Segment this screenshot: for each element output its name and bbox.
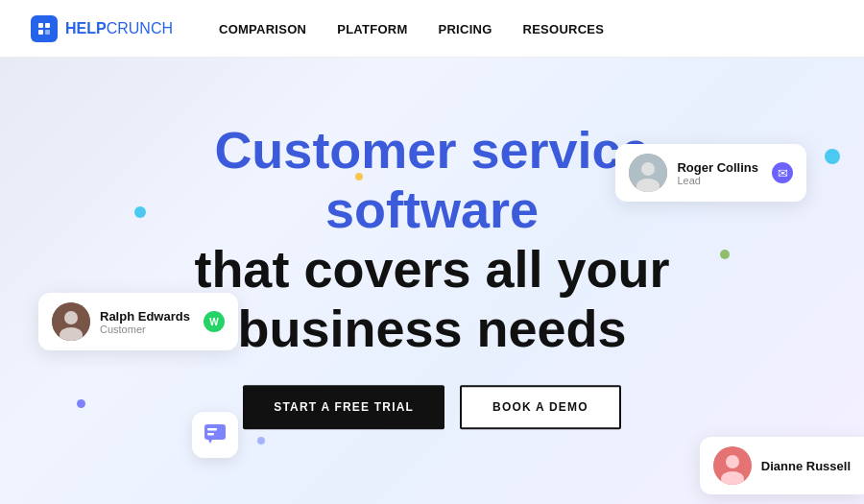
nav-item-resources[interactable]: RESOURCES [523,20,605,37]
svg-rect-1 [45,23,50,28]
roger-avatar [629,154,667,192]
roger-badge: ✉ [772,162,793,183]
svg-marker-16 [208,440,212,444]
svg-rect-13 [204,424,226,440]
ralph-info: Ralph Edwards Customer [100,309,190,335]
ralph-role: Customer [100,324,190,335]
nav-item-comparison[interactable]: COMPARISON [219,20,306,37]
dianne-name: Dianne Russell [761,459,851,473]
logo-text: HELPCRUNCH [65,20,173,37]
svg-rect-3 [45,30,50,35]
navbar: HELPCRUNCH COMPARISON PLATFORM PRICING R… [0,0,864,58]
svg-rect-15 [207,433,214,436]
svg-point-5 [641,162,655,176]
dianne-info: Dianne Russell [761,459,851,473]
chat-bubble-icon [192,412,238,458]
small-dot [257,437,265,444]
svg-point-8 [64,311,78,324]
svg-rect-2 [38,30,43,35]
dot-indigo [77,399,85,408]
ralph-edwards-card: Ralph Edwards Customer W [38,293,238,350]
roger-info: Roger Collins Lead [677,160,758,186]
hero-subtitle: that covers all yourbusiness needs [194,240,669,357]
svg-point-11 [726,455,739,468]
roger-collins-card: Roger Collins Lead ✉ [615,144,806,202]
hero-section: Customer service software that covers al… [0,58,864,504]
nav-links: COMPARISON PLATFORM PRICING RESOURCES [219,20,604,37]
dianne-avatar [713,446,752,485]
dot-blue-large [825,149,840,164]
logo-icon [31,15,58,42]
ralph-name: Ralph Edwards [100,309,190,324]
start-trial-button[interactable]: START A FREE TRIAL [243,385,444,429]
svg-rect-0 [38,23,43,28]
ralph-avatar [52,302,90,341]
roger-name: Roger Collins [677,160,758,175]
roger-role: Lead [677,175,758,186]
nav-item-platform[interactable]: PLATFORM [337,20,407,37]
dianne-russell-card: Dianne Russell [700,437,864,494]
logo[interactable]: HELPCRUNCH [31,15,173,42]
book-demo-button[interactable]: BOOK A DEMO [460,385,621,429]
svg-rect-14 [207,428,217,431]
nav-item-pricing[interactable]: PRICING [439,20,492,37]
ralph-badge: W [204,311,225,332]
